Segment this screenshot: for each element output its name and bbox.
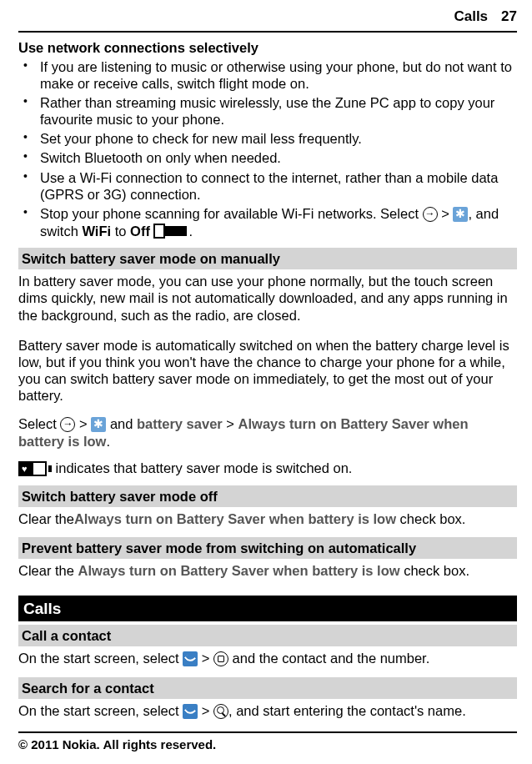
text: Select [18, 416, 60, 431]
paragraph: In battery saver mode, you can use your … [18, 273, 517, 324]
section-title-network: Use network connections selectively [18, 39, 517, 56]
paragraph: Clear the Always turn on Battery Saver w… [18, 562, 517, 581]
text: > [441, 206, 453, 221]
list-item: Stop your phone scanning for available W… [18, 205, 517, 239]
list-item: Set your phone to check for new mail les… [18, 130, 517, 147]
text: . [188, 224, 193, 239]
text: > [202, 703, 213, 718]
section-title-prevent: Prevent battery saver mode from switchin… [18, 537, 517, 559]
paragraph: On the start screen, select > and the co… [18, 650, 517, 669]
text: > [202, 651, 213, 666]
text: . [106, 434, 110, 449]
text: Stop your phone scanning for available W… [40, 206, 423, 221]
battery-saver-label: battery saver [137, 416, 223, 431]
settings-icon [91, 417, 106, 432]
toggle-off-icon [153, 224, 188, 239]
list-item: Switch Bluetooth on only when needed. [18, 149, 517, 166]
network-list: If you are listening to music or otherwi… [18, 58, 517, 239]
indicator-note: ♥ indicates that battery saver mode is s… [18, 460, 517, 477]
paragraph: Clear theAlways turn on Battery Saver wh… [18, 510, 517, 529]
section-title-call-contact: Call a contact [18, 625, 517, 646]
text: check box. [400, 563, 469, 578]
arrow-icon [60, 417, 75, 432]
option-label: Always turn on Battery Saver when batter… [74, 511, 396, 526]
list-item: If you are listening to music or otherwi… [18, 58, 517, 92]
wifi-label: WiFi [82, 224, 111, 239]
phone-icon [183, 651, 198, 666]
paragraph: Battery saver mode is automatically swit… [18, 337, 517, 405]
section-title-saver-on: Switch battery saver mode on manually [18, 248, 517, 269]
text: indicates that battery saver mode is swi… [52, 460, 352, 475]
section-title-search-contact: Search for a contact [18, 677, 517, 699]
phone-icon [183, 704, 198, 719]
text: > [79, 416, 91, 431]
text: and the contact and the number. [233, 651, 430, 666]
text: and [110, 416, 137, 431]
list-item: Use a Wi-Fi connection to connect to the… [18, 169, 517, 203]
text: Clear the [18, 563, 78, 578]
text: On the start screen, select [18, 651, 183, 666]
list-item: Rather than streaming music wirelessly, … [18, 94, 517, 128]
footer-copyright: © 2011 Nokia. All rights reserved. [18, 731, 517, 752]
settings-icon [453, 207, 468, 222]
battery-saver-icon: ♥ [18, 461, 52, 476]
select-instruction: Select > and battery saver > Always turn… [18, 415, 517, 450]
paragraph: On the start screen, select > , and star… [18, 702, 517, 721]
contacts-icon [213, 651, 228, 666]
text: to [111, 224, 130, 239]
page-header: Calls27 [18, 8, 517, 33]
text: check box. [396, 511, 465, 526]
chapter-title-calls: Calls [18, 596, 517, 621]
section-title-saver-off: Switch battery saver mode off [18, 485, 517, 507]
option-label: Always turn on Battery Saver when batter… [78, 563, 400, 578]
text: On the start screen, select [18, 703, 183, 718]
page-number: 27 [501, 8, 517, 24]
search-icon [213, 704, 228, 719]
section-name: Calls [454, 8, 488, 24]
text: Clear the [18, 511, 74, 526]
off-label: Off [130, 224, 150, 239]
text: > [223, 416, 238, 431]
text: , and start entering the contact's name. [228, 703, 466, 718]
arrow-icon [423, 207, 438, 222]
